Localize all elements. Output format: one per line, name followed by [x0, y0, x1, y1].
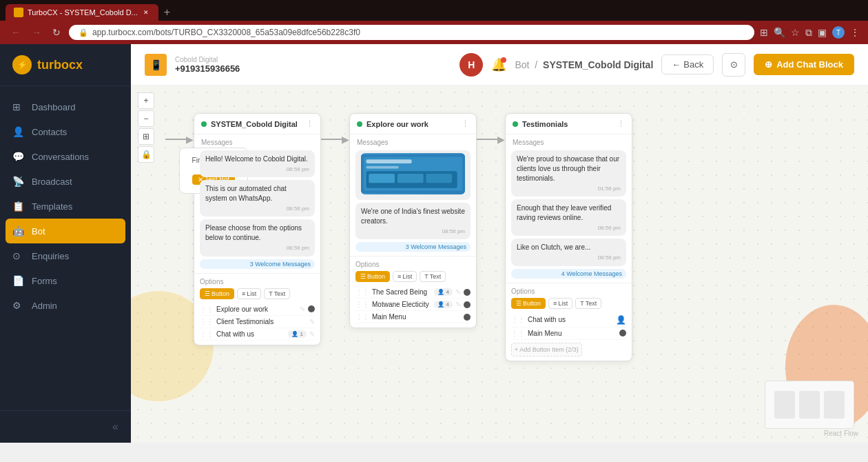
- option-edit-3[interactable]: ✎: [309, 330, 315, 338]
- option-tabs-3: ☰Button ≡List TText: [511, 298, 626, 309]
- add-button-item-button[interactable]: + Add Button Item (2/3): [511, 343, 582, 356]
- welcome-badge-2: 3 Welcome Messages: [355, 242, 471, 252]
- extensions-icon[interactable]: ⊞: [760, 27, 768, 38]
- tab-close-icon[interactable]: ✕: [142, 8, 150, 17]
- main-content: 📱 Cobold Digital +919315936656 H 🔔 Bot /…: [131, 44, 868, 443]
- option-row-3-2: ⋮⋮ Main Menu: [511, 328, 626, 340]
- collapse-icon: «: [112, 421, 118, 433]
- puzzle-icon[interactable]: ⧉: [805, 27, 812, 39]
- back-nav-button[interactable]: ←: [8, 26, 23, 39]
- zoom-out-button[interactable]: −: [138, 110, 154, 127]
- add-chat-block-button[interactable]: ⊕ Add Chat Block: [754, 54, 854, 75]
- split-icon[interactable]: ▣: [818, 27, 827, 38]
- flow-diagram: First Message Received ✕ Test Bot ▶ SYST…: [165, 113, 632, 361]
- option-edit-2-2[interactable]: ✎: [455, 301, 461, 308]
- profile-icon[interactable]: T: [832, 26, 845, 39]
- options-section-3: Options ☰Button ≡List TText ⋮⋮ Chat with…: [506, 283, 632, 361]
- connector-dot-2-3: [464, 314, 471, 321]
- option-edit-1[interactable]: ✎: [300, 305, 305, 313]
- tab-text-1[interactable]: TText: [264, 288, 290, 299]
- chat-block-3[interactable]: Testimonials ⋮ Messages We're proud to s…: [505, 113, 632, 361]
- bookmark-icon[interactable]: ☆: [791, 27, 800, 38]
- company-info: Cobold Digital +919315936656: [175, 56, 240, 74]
- tab-text-3[interactable]: TText: [575, 298, 601, 309]
- arrow-3: ▶: [477, 134, 505, 145]
- block-2-title: Explore our work: [366, 120, 462, 128]
- drag-icon: ⋮⋮: [511, 330, 525, 337]
- block-3-menu[interactable]: ⋮: [617, 119, 625, 128]
- block-3-title: Testimonials: [522, 120, 617, 128]
- canvas-area[interactable]: + − ⊞ 🔒 First Message Received ✕ Test Bo…: [131, 86, 868, 443]
- option-row-2-2: ⋮⋮ Motwane Electicity 👤 4 ✎: [355, 299, 471, 311]
- address-bar[interactable]: 🔒 app.turbocx.com/bots/TURBO_CX3320008_6…: [69, 25, 754, 40]
- settings-button[interactable]: ⊙: [722, 53, 745, 77]
- sidebar-item-enquiries[interactable]: ⊙ Enquiries: [0, 243, 131, 268]
- forward-nav-button[interactable]: →: [29, 26, 44, 39]
- sidebar-item-admin[interactable]: ⚙ Admin: [0, 293, 131, 318]
- browser-actions: ⊞ 🔍 ☆ ⧉ ▣ T ⋮: [760, 26, 860, 39]
- tab-button-1[interactable]: ☰Button: [200, 288, 234, 299]
- drag-icon: ⋮⋮: [511, 316, 525, 323]
- block-2-messages-label: Messages: [350, 134, 476, 148]
- options-label-2: Options: [355, 261, 471, 268]
- option-row-1-1: ⋮⋮ Explore our work ✎: [200, 303, 315, 316]
- logo-icon: ⚡: [12, 55, 32, 74]
- chat-block-3-header: Testimonials ⋮: [506, 114, 632, 134]
- sidebar-collapse-button[interactable]: «: [0, 410, 131, 443]
- tab-text-2[interactable]: TText: [420, 271, 446, 282]
- tab-button-3[interactable]: ☰Button: [511, 298, 546, 309]
- refresh-button[interactable]: ↻: [50, 26, 63, 39]
- message-3-2: Enough that they leave verified raving r…: [511, 199, 626, 236]
- block-1-messages-label: Messages: [194, 134, 320, 148]
- lock-button[interactable]: 🔒: [138, 146, 154, 163]
- zoom-icon[interactable]: 🔍: [774, 27, 785, 38]
- zoom-in-button[interactable]: +: [138, 92, 154, 109]
- menu-icon[interactable]: ⋮: [850, 27, 860, 38]
- browser-chrome: TurboCX - SYSTEM_Cobold D... ✕ + ← → ↻ 🔒…: [0, 0, 868, 44]
- message-1-1: Hello! Welcome to Cobold Digital. 08:56 …: [200, 150, 315, 177]
- sidebar-item-conversations[interactable]: 💬 Conversations: [0, 144, 131, 169]
- tab-button-2[interactable]: ☰Button: [355, 271, 390, 282]
- new-tab-button[interactable]: +: [161, 6, 173, 19]
- notification-button[interactable]: 🔔: [491, 57, 506, 72]
- user-avatar[interactable]: H: [459, 53, 483, 77]
- arrow-head-2: ▶: [342, 134, 349, 145]
- canvas-controls: + − ⊞ 🔒: [138, 92, 154, 163]
- mini-card-1: [774, 391, 795, 419]
- sidebar-item-templates[interactable]: 📋 Templates: [0, 194, 131, 219]
- option-row-2-1: ⋮⋮ The Sacred Being 👤 4 ✎: [355, 286, 471, 299]
- breadcrumb-prefix: Bot: [515, 59, 529, 70]
- options-label-1: Options: [200, 278, 315, 285]
- status-dot-1: [201, 121, 207, 127]
- block-1-menu[interactable]: ⋮: [306, 119, 313, 128]
- connector-dot-2-2: [464, 301, 471, 308]
- drag-icon: ⋮⋮: [200, 305, 214, 313]
- option-edit-2-1[interactable]: ✎: [455, 288, 461, 296]
- fit-view-button[interactable]: ⊞: [138, 128, 154, 145]
- sidebar-item-label: Contacts: [32, 127, 67, 137]
- chat-block-2[interactable]: Explore our work ⋮ Messages: [349, 113, 477, 328]
- back-button[interactable]: ← Back: [661, 54, 714, 74]
- templates-icon: 📋: [12, 201, 25, 212]
- sidebar-item-label: Templates: [32, 201, 72, 212]
- sidebar-item-dashboard[interactable]: ⊞ Dashboard: [0, 94, 131, 119]
- option-edit-2[interactable]: ✎: [309, 318, 315, 325]
- tab-list-2[interactable]: ≡List: [393, 271, 417, 282]
- sidebar-item-label: Dashboard: [32, 102, 76, 112]
- sidebar-item-contacts[interactable]: 👤 Contacts: [0, 119, 131, 144]
- block-2-menu[interactable]: ⋮: [462, 119, 469, 128]
- breadcrumb-current: SYSTEM_Cobold Digital: [543, 59, 653, 70]
- tab-list-1[interactable]: ≡List: [237, 288, 261, 299]
- active-tab[interactable]: TurboCX - SYSTEM_Cobold D... ✕: [6, 4, 158, 21]
- option-row-1-3: ⋮⋮ Chat with us 👤 1 ✎: [200, 328, 315, 341]
- mini-card-2: [799, 391, 820, 419]
- tab-bar: TurboCX - SYSTEM_Cobold D... ✕ +: [0, 0, 868, 21]
- sidebar-item-bot[interactable]: 🤖 Bot: [6, 219, 125, 243]
- message-3-1: We're proud to showcase that our clients…: [511, 150, 626, 197]
- sidebar-item-broadcast[interactable]: 📡 Broadcast: [0, 169, 131, 194]
- tab-list-3[interactable]: ≡List: [548, 298, 572, 309]
- tab-title: TurboCX - SYSTEM_Cobold D...: [28, 8, 138, 17]
- message-3-3: Like on Clutch, we are... 08:56 pm: [511, 239, 626, 265]
- arrow-2: ▶: [321, 134, 349, 145]
- sidebar-item-forms[interactable]: 📄 Forms: [0, 268, 131, 293]
